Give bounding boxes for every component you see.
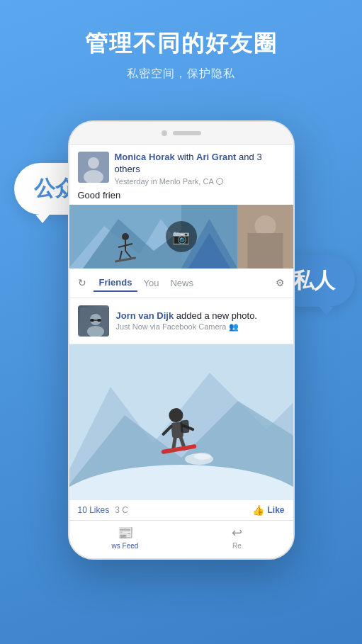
phone-camera (162, 130, 167, 136)
bottom-nav: 📰 ws Feed ↩ Re (69, 520, 293, 554)
camera-overlay[interactable]: 📷 (166, 221, 197, 252)
notification-text: Jorn van Dijk added a new photo. Just No… (116, 310, 285, 332)
thumbs-up-icon: 👍 (252, 504, 264, 516)
svg-point-6 (122, 233, 129, 240)
sub-title: 私密空间，保护隐私 (0, 67, 362, 81)
notification-item: Jorn van Dijk added a new photo. Just No… (69, 298, 293, 344)
post-meta: Monica Horak with Ari Grant and 3 others… (115, 152, 285, 186)
post-header: Monica Horak with Ari Grant and 3 others… (69, 145, 293, 190)
friends-icon: 👥 (229, 322, 239, 332)
tabs-bar: ↻ Friends You News ⚙ (69, 269, 293, 298)
svg-rect-21 (97, 319, 101, 322)
notification-avatar (78, 305, 109, 337)
comment-count: 3 C (115, 505, 128, 515)
notification-avatar-image (80, 307, 107, 334)
svg-rect-20 (90, 319, 94, 322)
main-title: 管理不同的好友圈 (0, 28, 362, 60)
tab-news[interactable]: News (164, 275, 199, 291)
camera-icon: 📷 (172, 228, 190, 245)
newsfeed-icon: 📰 (118, 525, 133, 541)
tab-you[interactable]: You (137, 275, 164, 291)
svg-rect-17 (247, 233, 283, 269)
likes-bar: 10 Likes 3 C 👍 Like (69, 500, 293, 520)
svg-rect-35 (180, 419, 190, 433)
nav-newsfeed[interactable]: 📰 ws Feed (69, 525, 181, 550)
post-text: Good frien (69, 190, 293, 205)
notification-name: Jorn van Dijk added a new photo. (116, 310, 285, 321)
svg-point-1 (88, 157, 99, 169)
large-photo (69, 344, 293, 500)
post-avatar (78, 152, 109, 183)
phone-speaker (173, 131, 201, 135)
nav-requests[interactable]: ↩ Re (181, 525, 293, 550)
notification-meta: Just Now via Facebook Camera 👥 (116, 322, 285, 332)
photo-1 (69, 205, 181, 269)
phone-mockup: Monica Horak with Ari Grant and 3 others… (68, 120, 295, 560)
refresh-icon[interactable]: ↻ (78, 277, 86, 288)
post-avatar-image (78, 152, 109, 183)
phone-top-bar (69, 122, 293, 145)
phone-content: Monica Horak with Ari Grant and 3 others… (69, 145, 293, 558)
post-author: Monica Horak with Ari Grant and 3 others (115, 152, 285, 176)
like-button[interactable]: 👍 Like (252, 504, 284, 516)
photo-strip: 📷 (69, 205, 293, 269)
photo-3 (237, 205, 293, 269)
settings-gear-icon[interactable]: ⚙ (276, 277, 285, 288)
svg-point-37 (194, 453, 211, 460)
tab-friends[interactable]: Friends (94, 274, 138, 292)
post-time: Yesterday in Menlo Park, CA (115, 177, 285, 186)
requests-icon: ↩ (232, 525, 242, 541)
title-area: 管理不同的好友圈 私密空间，保护隐私 (0, 28, 362, 81)
like-count: 10 Likes (78, 505, 110, 515)
globe-icon (216, 178, 223, 185)
